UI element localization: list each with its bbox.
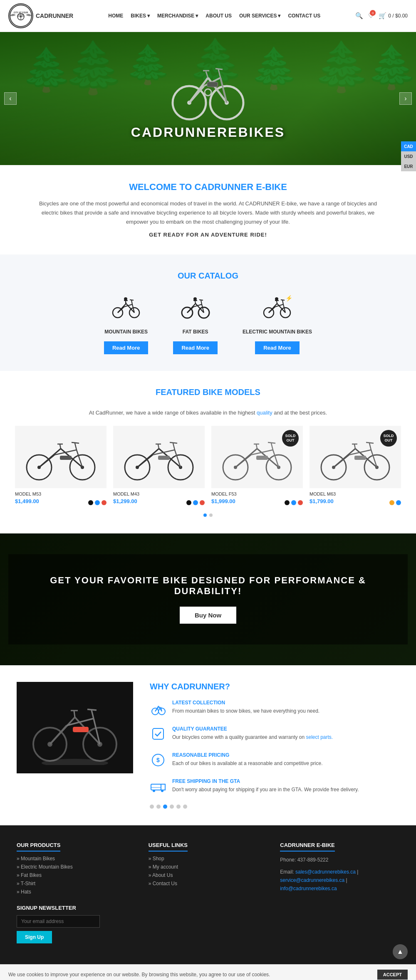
color-blue xyxy=(291,500,296,505)
hero-next-button[interactable]: › xyxy=(399,92,412,105)
wishlist-button[interactable]: ♡ 0 xyxy=(368,12,374,20)
bike-colors-m53 xyxy=(88,500,106,505)
footer-link-fat[interactable]: Fat Bikes xyxy=(17,872,136,878)
cdot-1[interactable] xyxy=(150,805,154,809)
featured-subtitle: At CadRunner, we have a wide range of bi… xyxy=(8,410,408,416)
dot-2[interactable] xyxy=(209,513,213,517)
svg-line-72 xyxy=(60,444,61,449)
footer-link-tshirt[interactable]: T-Shirt xyxy=(17,881,136,886)
cart-button[interactable]: 🛒 0 / $0.00 xyxy=(379,12,408,20)
nav-icons: 🔍 ♡ 0 🛒 0 / $0.00 xyxy=(355,12,408,20)
footer-useful-col: USEFUL LINKS Shop My account About Us Co… xyxy=(149,842,268,943)
svg-line-109 xyxy=(334,455,349,467)
why-content: WHY CADRUNNER? LATEST COLLECTION xyxy=(150,682,399,809)
bike-image-m53 xyxy=(15,426,106,488)
catalog-electric-bikes: ⚡ ELECTRIC MOUNTAIN BIKES Read More xyxy=(243,293,312,354)
cookie-accept-button[interactable]: ACCEPT xyxy=(377,970,408,980)
color-blue xyxy=(95,500,100,505)
svg-line-70 xyxy=(75,443,77,450)
svg-line-55 xyxy=(282,300,283,304)
sold-out-badge-m63: SOLD OUT xyxy=(380,430,397,447)
nav-home[interactable]: HOME xyxy=(108,13,123,19)
svg-line-114 xyxy=(354,444,355,449)
currency-usd[interactable]: USD xyxy=(401,151,416,161)
cdot-5[interactable] xyxy=(176,805,181,809)
svg-line-67 xyxy=(39,455,54,467)
footer-link-about[interactable]: About Us xyxy=(149,872,268,878)
nav-contact[interactable]: CONTACT US xyxy=(288,13,320,19)
svg-line-17 xyxy=(215,69,223,69)
svg-point-34 xyxy=(124,297,127,301)
newsletter-title: SIGNUP NEWSLETTER xyxy=(17,905,136,911)
newsletter-email-input[interactable] xyxy=(17,915,100,928)
footer-link-hats[interactable]: Hats xyxy=(17,889,136,895)
bike-card-m53: MODEL M53 $1,499.00 xyxy=(15,426,106,507)
svg-line-44 xyxy=(199,300,203,300)
currency-eur[interactable]: EUR xyxy=(401,161,416,171)
shipping-desc: Don't worry about paying for shipping if… xyxy=(172,786,359,794)
svg-line-31 xyxy=(130,300,134,300)
nav-about[interactable]: ABOUT US xyxy=(206,13,232,19)
promo-banner: GET YOUR FAVORITE BIKE DESIGNED FOR PERF… xyxy=(0,533,416,665)
welcome-cta: GET READY FOR AN ADVENTURE RIDE! xyxy=(33,232,383,238)
why-section: WHY CADRUNNER? LATEST COLLECTION xyxy=(0,665,416,825)
welcome-text: Bicycles are one of the most powerful an… xyxy=(33,199,383,227)
footer-email: Email: sales@cadrunnerebikes.ca | servic… xyxy=(280,868,399,893)
search-button[interactable]: 🔍 xyxy=(355,12,363,20)
hero-title: CADRUNNEREBIKES xyxy=(131,125,285,140)
footer-link-electric[interactable]: Electric Mountain Bikes xyxy=(17,864,136,870)
buy-now-button[interactable]: Buy Now xyxy=(180,607,236,624)
cookie-bar: We use cookies to improve your experienc… xyxy=(0,964,416,980)
nav-services[interactable]: OUR SERVICES ▾ xyxy=(239,13,280,19)
svg-line-112 xyxy=(369,443,371,450)
electric-bikes-readmore[interactable]: Read More xyxy=(255,341,299,354)
services-chevron-icon: ▾ xyxy=(278,13,280,19)
svg-line-84 xyxy=(173,443,175,450)
bike-card-f53: SOLD OUT xyxy=(211,426,303,507)
svg-rect-74 xyxy=(60,456,72,460)
fat-bikes-readmore[interactable]: Read More xyxy=(173,341,217,354)
cdot-6[interactable] xyxy=(183,805,187,809)
logo[interactable]: CITY AT YOUR DOOR CADRUNNER xyxy=(8,3,73,28)
newsletter-signup-button[interactable]: Sign Up xyxy=(17,931,52,943)
mountain-bikes-readmore[interactable]: Read More xyxy=(104,341,148,354)
footer-link-shop[interactable]: Shop xyxy=(149,856,268,862)
why-item-shipping-text: FREE SHIPPING IN THE GTA Don't worry abo… xyxy=(172,778,359,797)
svg-point-145 xyxy=(153,790,155,792)
scroll-top-button[interactable]: ▲ xyxy=(393,944,408,959)
color-blue xyxy=(396,500,401,505)
footer-link-myaccount[interactable]: My account xyxy=(149,864,268,870)
footer-link-contact[interactable]: Contact Us xyxy=(149,881,268,886)
svg-rect-143 xyxy=(151,784,161,790)
svg-line-100 xyxy=(256,444,257,449)
catalog-items: MOUNTAIN BIKES Read More xyxy=(8,293,408,354)
merchandise-chevron-icon: ▾ xyxy=(196,13,198,19)
bike-price-m63: $1,799.00 xyxy=(310,498,334,504)
cdot-3[interactable] xyxy=(163,805,167,809)
nav-merchandise[interactable]: MERCHANDISE ▾ xyxy=(157,13,198,19)
bike-model-m43: MODEL M43 xyxy=(113,491,205,496)
hero-prev-button[interactable]: ‹ xyxy=(4,92,17,105)
footer-products-col: OUR PRODUCTS Mountain Bikes Electric Mou… xyxy=(17,842,136,943)
shipping-title: FREE SHIPPING IN THE GTA xyxy=(172,778,359,784)
svg-line-85 xyxy=(170,442,177,443)
why-item-collection-text: LATEST COLLECTION From mountain bikes to… xyxy=(172,700,319,718)
dot-1[interactable] xyxy=(203,513,207,517)
cdot-4[interactable] xyxy=(170,805,174,809)
why-item-pricing-text: REASONABLE PRICING Each of our bikes is … xyxy=(172,752,323,771)
svg-rect-88 xyxy=(158,456,170,460)
color-blue xyxy=(193,500,198,505)
svg-rect-140 xyxy=(153,728,163,739)
svg-line-99 xyxy=(268,442,275,443)
bike-card-m63: SOLD OUT xyxy=(310,426,401,507)
cookie-text: We use cookies to improve your experienc… xyxy=(8,972,270,978)
cart-price: 0 / $0.00 xyxy=(388,13,408,19)
footer-link-mountain[interactable]: Mountain Bikes xyxy=(17,856,136,862)
catalog-fat-bikes: FAT BIKES Read More xyxy=(173,293,217,354)
color-black xyxy=(88,500,93,505)
nav-bikes[interactable]: BIKES ▾ xyxy=(131,13,150,19)
cdot-2[interactable] xyxy=(156,805,161,809)
svg-line-113 xyxy=(366,442,374,443)
currency-cad[interactable]: CAD xyxy=(401,141,416,151)
pricing-icon: $ xyxy=(150,752,166,771)
